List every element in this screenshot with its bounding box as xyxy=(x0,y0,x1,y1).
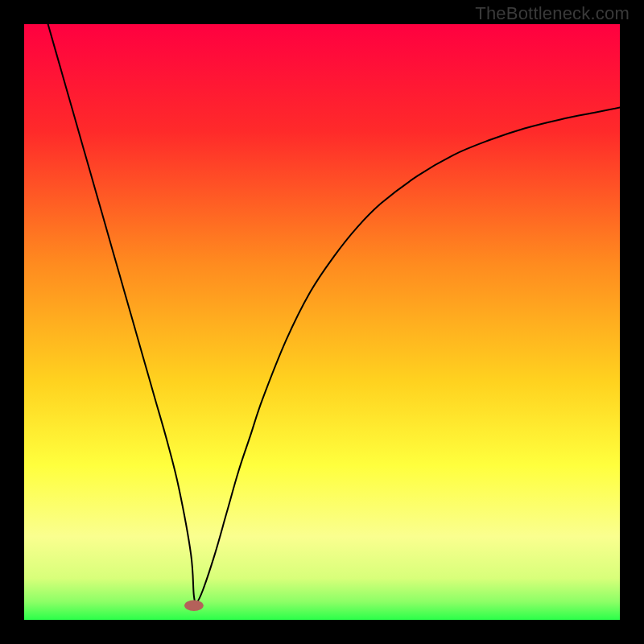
chart-container: TheBottleneck.com xyxy=(0,0,644,644)
gradient-rect xyxy=(24,24,620,620)
plot-svg xyxy=(24,24,620,620)
plot-area xyxy=(24,24,620,620)
watermark-text: TheBottleneck.com xyxy=(475,3,630,24)
minimum-marker xyxy=(184,601,204,611)
